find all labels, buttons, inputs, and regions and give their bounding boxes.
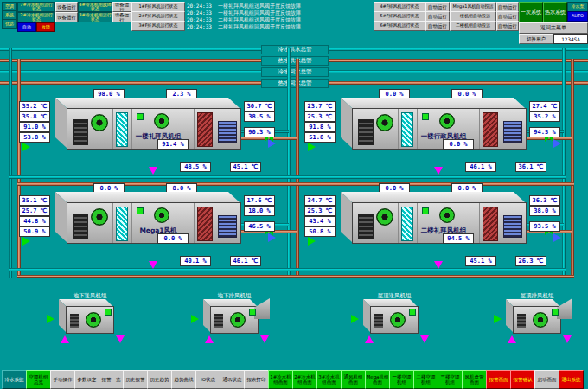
fan-status-button[interactable]: 6#F排风机运行状态: [374, 21, 425, 31]
toolbar-alarm-list-button[interactable]: 报警一览: [99, 370, 124, 389]
main-menu-button[interactable]: 返回主菜单: [519, 22, 588, 34]
toolbar-alarm-ack-button[interactable]: 报警确认: [510, 370, 535, 389]
alarm-time[interactable]: 20:24:33: [187, 3, 212, 9]
valve-position-readout: 0.0 %: [157, 233, 189, 244]
hot-supply-label: 热水供水总管: [261, 56, 329, 66]
return-fan-icon: [439, 113, 455, 129]
supply-fan-icon: [376, 114, 393, 131]
return-air-temp-readout: 35.1 ℃: [19, 195, 50, 206]
section-divider: [398, 203, 399, 243]
airflow-in-arrow: [47, 315, 54, 323]
ahu-body: 一楼礼拜风机组: [67, 108, 241, 150]
toolbar-floor1-ahu-button[interactable]: 一楼空调机组: [389, 370, 414, 389]
fan-icon: [390, 312, 406, 328]
primary-system-button[interactable]: 一次系统: [519, 2, 543, 22]
device-run-button[interactable]: 设备运行: [112, 12, 131, 22]
toolbar-exit-button[interactable]: 退出系统: [559, 370, 584, 389]
nav-line-3: 优选: [2, 19, 17, 29]
vent-fan-unit-3: 屋顶送风机组: [346, 292, 443, 349]
fan-unit-name: 地下送风机组: [42, 292, 138, 300]
chiller-status-chip: 2#冷水机组运行状态: [17, 12, 55, 22]
toolbar-mega-unit-button[interactable]: Mega机组画面: [365, 370, 390, 389]
chiller-status-chip: 3#冷水机组运行状态: [78, 12, 112, 22]
toolbar-floor3-ahu-button[interactable]: 三楼空调机组: [438, 370, 463, 389]
alarm-time[interactable]: 20:24:33: [187, 23, 212, 29]
toolbar-manual-button[interactable]: 手动操作: [50, 370, 75, 389]
toolbar-fancoil-button[interactable]: 风机盘管画面: [462, 370, 487, 389]
hot-trunk-center: [296, 59, 299, 278]
section-divider: [131, 109, 132, 149]
toolbar-comm-status-button[interactable]: 通讯状态: [220, 370, 245, 389]
return-fan-icon: [154, 207, 169, 223]
damper-feedback-readout: 51.8 %: [304, 132, 336, 143]
hot-water-system-button[interactable]: 热水系统: [543, 2, 567, 22]
airflow-in-arrow: [22, 237, 30, 246]
return-air-louver: [358, 214, 374, 239]
toolbar-start-screen-button[interactable]: 启动画面: [534, 370, 559, 389]
toolbar-report-button[interactable]: 报表打印: [244, 370, 269, 389]
toolbar-chilled-water-button[interactable]: 冷水系统: [2, 370, 27, 389]
damper-feedback-readout: 53.8 %: [19, 132, 50, 143]
fan-inlet-louver: [517, 314, 526, 328]
run-indicator: [552, 309, 559, 316]
toolbar-io-status-button[interactable]: IO状态: [195, 370, 220, 389]
toolbar-vent-unit-button[interactable]: 通风机组画面: [341, 370, 366, 389]
run-indicator: [409, 309, 416, 316]
return-air-louver: [73, 119, 88, 145]
damper-feedback-readout: 50.9 %: [19, 226, 50, 237]
return-valve-readout: 45.1 %: [465, 256, 496, 266]
alarm-time[interactable]: 20:24:33: [187, 10, 212, 16]
cooling-coil: [197, 207, 213, 241]
cold-trunk-center: [287, 48, 291, 278]
toolbar-alarm-screen-button[interactable]: 报警画面: [486, 370, 511, 389]
run-indicator: [422, 113, 429, 120]
toolbar-floor2-ahu-button[interactable]: 二楼空调机组: [413, 370, 438, 389]
fan-box-top-face: [203, 299, 258, 306]
auto-run-button[interactable]: 自动运行: [425, 21, 450, 31]
ahu-top-face: [341, 192, 526, 202]
hot-return-label: 热水回水总管: [261, 79, 329, 88]
fan-unit-name: 地下排风机组: [186, 292, 283, 300]
valve-position-readout: 91.4 %: [157, 139, 189, 150]
auto-indicator: AUTO: [567, 11, 588, 22]
toolbar-chiller2-button[interactable]: 2#冷水机组画面: [292, 370, 317, 389]
switch-user-button[interactable]: 切换用户: [519, 34, 553, 44]
fan-box: [66, 306, 114, 334]
device-run-button[interactable]: 设备运行: [55, 12, 78, 22]
toolbar-chiller1-button[interactable]: 1#冷水机组画面: [268, 370, 293, 389]
supply-outlet-damper: [503, 121, 522, 143]
device-run-button[interactable]: 设备运行: [55, 2, 78, 12]
exhaust-fan-status-button[interactable]: 3#F排风机运行状态: [131, 21, 185, 31]
toolbar-trend-curve-button[interactable]: 趋势曲线: [171, 370, 196, 389]
airflow-down-arrow: [434, 261, 443, 269]
supply-air-temp-readout: 27.4 ℃: [529, 101, 560, 112]
fan-box-top-face: [506, 299, 560, 306]
supply-outlet-damper: [218, 215, 237, 238]
airflow-in-arrow: [308, 143, 316, 151]
airflow-up-arrow: [508, 335, 516, 343]
valve-position-readout: 0.0 %: [443, 139, 474, 150]
toolbar-alarm-history-button[interactable]: 历史报警: [123, 370, 148, 389]
filter-section: [401, 207, 413, 241]
cold-distribution-row1: [9, 175, 566, 179]
alarm-time[interactable]: 20:24:33: [187, 16, 212, 22]
cooling-coil: [483, 112, 498, 147]
toolbar-trend-history-button[interactable]: 历史趋势: [147, 370, 172, 389]
ahu-auto-status-button[interactable]: 二楼机组自动投运: [450, 21, 496, 31]
cold-return-label: 冷水回水总管: [261, 67, 329, 77]
fan-box: [513, 306, 561, 334]
fault-chip: 故障: [36, 22, 55, 32]
cooling-coil: [197, 112, 213, 147]
ahu-unit-3: 35.1 ℃ 25.7 ℃ 44.8 % 50.9 % 0.0 % 8.0 % …: [19, 183, 287, 270]
toolbar-ahu-overview-button[interactable]: 空调机组总览: [26, 370, 51, 389]
water-temp-readout: 26.3 ℃: [515, 256, 546, 266]
alarm-text[interactable]: 二楼礼拜风机组回风阀开度反馈故障: [218, 23, 301, 31]
toolbar-setpoint-button[interactable]: 参数设定: [74, 370, 99, 389]
ahu-unit-2: 23.7 ℃ 25.3 ℃ 91.8 % 51.8 % 0.0 % 0.0 % …: [304, 89, 572, 175]
fan-box: [210, 306, 259, 334]
auto-mode-chip: 自动: [17, 22, 36, 32]
auto-run-button[interactable]: 自动运行: [496, 21, 519, 31]
toolbar-chiller3-button[interactable]: 3#冷水机组画面: [316, 370, 342, 389]
mixed-air-temp-readout: 35.8 ℃: [19, 112, 50, 122]
device-run-button[interactable]: 设备运行: [112, 2, 131, 12]
